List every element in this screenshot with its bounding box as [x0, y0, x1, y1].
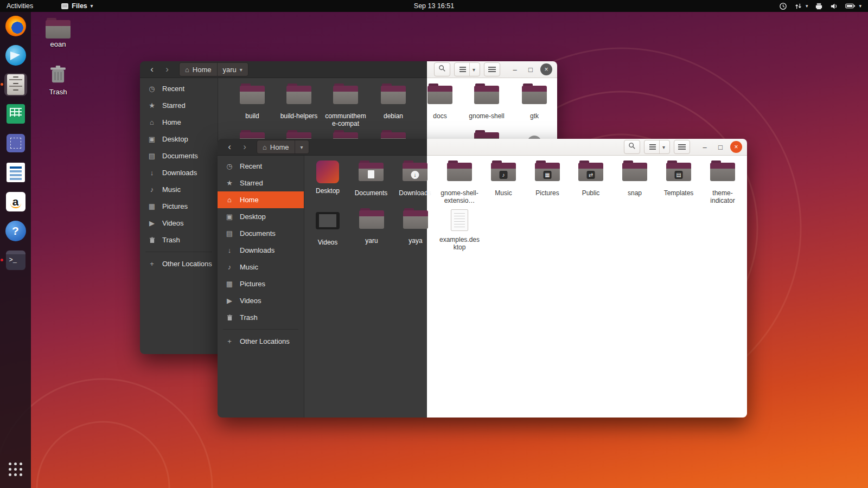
file-item[interactable]: gnome-shell-extensio… — [437, 160, 482, 204]
system-tray[interactable]: ▾ ▾ — [779, 2, 868, 10]
path-segment-home[interactable]: ⌂ Home — [180, 63, 217, 76]
sidebar-item-recent[interactable]: ◷Recent — [140, 80, 218, 97]
dock-item-terminal[interactable]: >_ — [4, 249, 27, 272]
top-bar: Activities Files ▾ Sep 13 16:51 ▾ ▾ — [0, 0, 868, 12]
sidebar-item-home[interactable]: ⌂Home — [218, 191, 304, 208]
file-item[interactable]: yaru — [349, 208, 394, 245]
sidebar-item-recent[interactable]: ◷Recent — [218, 158, 304, 175]
sidebar-item-downloads[interactable]: ↓Downloads — [140, 164, 218, 181]
dock-item-thunderbird[interactable] — [4, 44, 27, 67]
sidebar-item-trash[interactable]: Trash — [218, 309, 304, 326]
file-label: yaya — [395, 237, 436, 245]
file-item[interactable]: build-helpers — [277, 84, 321, 120]
file-item[interactable]: debian — [371, 84, 416, 120]
sidebar-label: Starred — [162, 101, 186, 110]
search-button[interactable] — [434, 62, 450, 76]
search-button[interactable] — [624, 140, 640, 154]
dock-item-files[interactable] — [4, 73, 27, 96]
sidebar-item-videos[interactable]: ▶Videos — [140, 215, 218, 232]
dock-item-firefox[interactable] — [4, 15, 27, 37]
sidebar-label: Music — [162, 185, 181, 194]
app-menu-button[interactable]: Files ▾ — [61, 2, 93, 10]
file-item[interactable]: Videos — [305, 208, 350, 246]
battery-icon[interactable] — [845, 3, 856, 9]
dock-item-amazon[interactable]: a — [4, 190, 27, 213]
file-item[interactable]: build — [230, 84, 275, 120]
help-icon: ? — [5, 221, 26, 241]
sidebar-item-starred[interactable]: ★Starred — [218, 175, 304, 191]
file-item[interactable]: gtk — [512, 84, 557, 120]
sidebar-label: Starred — [240, 179, 263, 187]
sidebar-item-music[interactable]: ♪Music — [140, 181, 218, 198]
desktop-folder-icon — [316, 160, 339, 183]
dock-item-libreoffice-calc[interactable] — [4, 102, 27, 125]
folder-icon — [710, 163, 735, 181]
sidebar-item-downloads[interactable]: ↓Downloads — [218, 242, 304, 259]
file-item[interactable]: theme-indicator — [700, 160, 745, 204]
file-item[interactable]: ↓Downloads — [393, 160, 437, 197]
clock[interactable]: Sep 13 16:51 — [414, 2, 454, 10]
show-applications-button[interactable] — [4, 458, 27, 480]
file-item[interactable]: Desktop — [305, 160, 350, 195]
dock-item-libreoffice-writer[interactable] — [4, 161, 27, 184]
view-toggle-button[interactable]: ▾ — [644, 140, 670, 154]
sidebar-item-documents[interactable]: ▤Documents — [218, 225, 304, 242]
path-segment-folder[interactable]: yaru ▾ — [217, 63, 248, 76]
file-item[interactable]: gnome-shell — [464, 84, 509, 120]
file-item[interactable]: snap — [612, 160, 657, 197]
file-item[interactable]: ▤Templates — [656, 160, 701, 197]
file-item[interactable]: communitheme-compat — [323, 84, 368, 127]
file-item[interactable]: examples.desktop — [437, 208, 482, 251]
printer-icon[interactable] — [815, 2, 823, 10]
sidebar-item-other-locations[interactable]: +Other Locations — [218, 333, 304, 350]
sidebar-item-starred[interactable]: ★Starred — [140, 97, 218, 114]
file-item[interactable]: ♪Music — [481, 160, 526, 197]
sidebar-item-desktop[interactable]: ▣Desktop — [140, 131, 218, 147]
activities-button[interactable]: Activities — [0, 0, 40, 12]
sidebar-item-desktop[interactable]: ▣Desktop — [218, 208, 304, 225]
maximize-button[interactable]: □ — [714, 141, 726, 153]
file-item[interactable]: Documents — [349, 160, 393, 197]
sidebar-item-home[interactable]: ⌂Home — [140, 114, 218, 131]
sidebar-item-pictures[interactable]: ▦Pictures — [140, 198, 218, 215]
sidebar-item-trash[interactable]: Trash — [140, 232, 218, 248]
sidebar-label: Pictures — [240, 280, 265, 288]
sidebar-item-other-locations[interactable]: +Other Locations — [140, 255, 218, 272]
sidebar-label: Desktop — [162, 135, 188, 143]
running-indicator — [1, 259, 3, 261]
menu-button[interactable] — [674, 140, 690, 154]
menu-button[interactable] — [484, 62, 500, 76]
sidebar-item-documents[interactable]: ▤Documents — [140, 147, 218, 164]
desktop-icon-trash[interactable]: Trash — [41, 65, 75, 96]
sidebar-label: Desktop — [240, 213, 266, 221]
back-button[interactable]: ‹ — [223, 140, 236, 153]
dock-item-screenshot-tool[interactable] — [4, 132, 27, 155]
network-icon[interactable] — [794, 2, 802, 10]
forward-button[interactable]: › — [238, 140, 251, 153]
volume-icon[interactable] — [830, 2, 838, 10]
sidebar-item-music[interactable]: ♪Music — [218, 259, 304, 275]
sidebar-item-videos[interactable]: ▶Videos — [218, 292, 304, 309]
file-item[interactable]: ⇄Public — [569, 160, 613, 197]
file-item[interactable]: yaya — [393, 208, 438, 245]
path-segment-home[interactable]: ⌂ Home — [257, 140, 295, 153]
sidebar-item-pictures[interactable]: ▦Pictures — [218, 275, 304, 292]
plus-icon: + — [225, 337, 234, 345]
dock-item-help[interactable]: ? — [4, 220, 27, 242]
desktop-icon-eoan[interactable]: eoan — [41, 18, 75, 48]
music-emblem-icon: ♪ — [500, 171, 508, 179]
back-button[interactable]: ‹ — [145, 63, 158, 76]
minimize-button[interactable]: – — [699, 141, 711, 153]
view-toggle-button[interactable]: ▾ — [454, 62, 480, 76]
minimize-button[interactable]: – — [509, 63, 521, 75]
file-item[interactable]: ▦Pictures — [525, 160, 570, 197]
path-menu-button[interactable]: ▾ — [295, 140, 309, 153]
close-button[interactable]: × — [540, 63, 552, 75]
file-label: Public — [570, 189, 611, 197]
file-item[interactable]: docs — [418, 84, 462, 120]
folder-icon: ▦ — [535, 163, 560, 181]
night-light-icon[interactable] — [779, 2, 787, 10]
close-button[interactable]: × — [730, 141, 742, 153]
forward-button[interactable]: › — [161, 63, 174, 76]
maximize-button[interactable]: □ — [525, 63, 537, 75]
